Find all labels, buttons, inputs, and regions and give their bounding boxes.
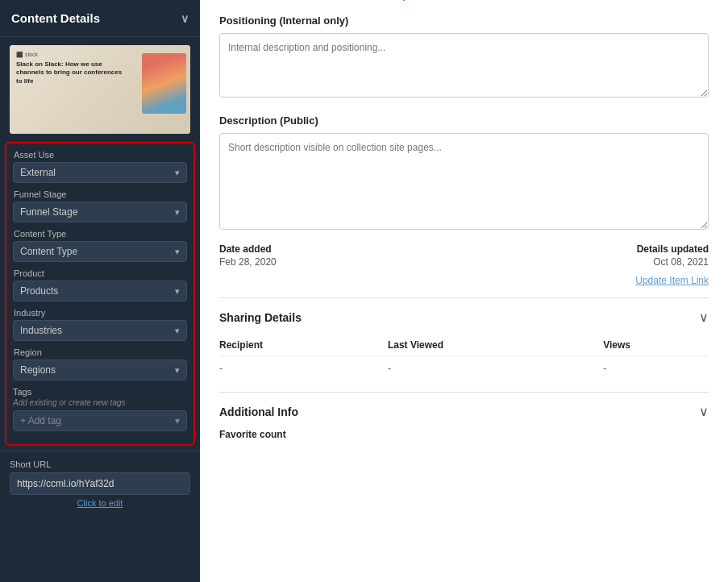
- sidebar-title: Content Details: [11, 11, 100, 25]
- region-dropdown[interactable]: Regions North America EMEA ▾: [13, 360, 187, 380]
- date-added-block: Date added Feb 28, 2020: [219, 243, 277, 268]
- product-label: Product: [13, 268, 187, 278]
- sidebar-chevron-icon[interactable]: ∨: [181, 12, 189, 25]
- sharing-details-section: Sharing Details ∨ Recipient Last Viewed …: [219, 297, 709, 380]
- tags-field: Tags Add existing or create new tags + A…: [13, 387, 187, 431]
- asset-use-field: Asset Use External Internal ▾: [13, 150, 187, 183]
- product-dropdown[interactable]: Products Slack Salesforce ▾: [13, 281, 187, 301]
- short-url-input[interactable]: [10, 472, 190, 495]
- region-label: Region: [13, 347, 187, 357]
- last-viewed-cell: -: [388, 356, 603, 381]
- description-textarea[interactable]: [219, 133, 709, 230]
- positioning-textarea[interactable]: [219, 33, 709, 98]
- region-field: Region Regions North America EMEA ▾: [13, 347, 187, 380]
- details-updated-label: Details updated: [637, 243, 709, 255]
- main-content: Categorize your asset based on relevant …: [200, 0, 728, 582]
- col-last-viewed: Last Viewed: [388, 335, 603, 356]
- product-select[interactable]: Products Slack Salesforce: [20, 285, 172, 297]
- categorize-fields-box: Asset Use External Internal ▾ Funnel Sta…: [5, 142, 195, 446]
- product-field: Product Products Slack Salesforce ▾: [13, 268, 187, 301]
- funnel-stage-dropdown[interactable]: Funnel Stage Top Mid Bottom ▾: [13, 202, 187, 222]
- details-updated-value: Oct 08, 2021: [637, 256, 709, 268]
- asset-use-dropdown[interactable]: External Internal ▾: [13, 162, 187, 183]
- col-recipient: Recipient: [219, 335, 388, 356]
- sharing-details-title: Sharing Details: [219, 311, 302, 324]
- additional-info-header[interactable]: Additional Info ∨: [219, 404, 709, 419]
- sidebar-header: Content Details ∨: [0, 0, 200, 37]
- tags-input-wrap[interactable]: + Add tag ▾: [13, 410, 187, 431]
- sharing-details-header[interactable]: Sharing Details ∨: [219, 310, 709, 325]
- additional-info-chevron-icon: ∨: [699, 404, 709, 419]
- sharing-table-header-row: Recipient Last Viewed Views: [219, 335, 709, 356]
- sidebar: Content Details ∨ ⬛ slack Slack on Slack…: [0, 0, 200, 582]
- industry-dropdown[interactable]: Industries Technology Finance ▾: [13, 320, 187, 341]
- funnel-stage-label: Funnel Stage: [13, 189, 187, 199]
- update-item-link[interactable]: Update Item Link: [635, 275, 709, 286]
- asset-use-chevron-icon: ▾: [175, 168, 180, 178]
- short-url-label: Short URL: [10, 459, 190, 469]
- thumb-logo: ⬛ slack: [16, 52, 38, 58]
- tags-hint: Add existing or create new tags: [13, 398, 187, 407]
- product-chevron-icon: ▾: [175, 286, 180, 297]
- click-to-edit-link[interactable]: Click to edit: [10, 498, 190, 508]
- additional-info-section: Additional Info ∨ Favorite count: [219, 392, 709, 440]
- thumbnail-image: ⬛ slack Slack on Slack: How we use chann…: [10, 45, 190, 134]
- tags-placeholder: + Add tag: [20, 415, 61, 426]
- industry-chevron-icon: ▾: [175, 326, 180, 336]
- update-item-link-container: Update Item Link: [219, 274, 709, 286]
- dates-row: Date added Feb 28, 2020 Details updated …: [219, 243, 709, 268]
- thumb-decorative-block: [142, 53, 186, 114]
- region-select[interactable]: Regions North America EMEA: [20, 364, 172, 376]
- thumbnail-area: ⬛ slack Slack on Slack: How we use chann…: [10, 45, 190, 134]
- col-views: Views: [603, 335, 709, 356]
- positioning-label: Positioning (Internal only): [219, 15, 709, 27]
- date-added-value: Feb 28, 2020: [219, 256, 277, 268]
- content-type-label: Content Type: [13, 229, 187, 239]
- content-type-select[interactable]: Content Type Blog Whitepaper Video: [20, 246, 172, 257]
- views-cell: -: [603, 356, 709, 381]
- industry-select[interactable]: Industries Technology Finance: [20, 325, 172, 336]
- content-type-dropdown[interactable]: Content Type Blog Whitepaper Video ▾: [13, 241, 187, 262]
- details-updated-block: Details updated Oct 08, 2021: [637, 243, 709, 268]
- tags-chevron-icon: ▾: [175, 415, 180, 426]
- content-type-field: Content Type Content Type Blog Whitepape…: [13, 229, 187, 262]
- table-row: - - -: [219, 356, 709, 381]
- asset-use-label: Asset Use: [13, 150, 187, 160]
- description-label: Description (Public): [219, 114, 709, 127]
- thumb-title: Slack on Slack: How we use channels to b…: [16, 60, 125, 85]
- industry-field: Industry Industries Technology Finance ▾: [13, 308, 187, 341]
- favorite-count-label: Favorite count: [219, 429, 709, 440]
- asset-use-select[interactable]: External Internal: [20, 167, 172, 178]
- date-added-label: Date added: [219, 243, 277, 255]
- funnel-stage-field: Funnel Stage Funnel Stage Top Mid Bottom…: [13, 189, 187, 222]
- funnel-stage-chevron-icon: ▾: [175, 207, 180, 218]
- additional-info-title: Additional Info: [219, 405, 298, 418]
- funnel-stage-select[interactable]: Funnel Stage Top Mid Bottom: [20, 206, 172, 218]
- recipient-cell: -: [219, 356, 388, 381]
- tags-label: Tags: [13, 387, 187, 397]
- sharing-table: Recipient Last Viewed Views - - -: [219, 335, 709, 380]
- content-type-chevron-icon: ▾: [175, 247, 180, 257]
- industry-label: Industry: [13, 308, 187, 318]
- sharing-details-chevron-icon: ∨: [699, 310, 709, 325]
- region-chevron-icon: ▾: [175, 365, 180, 376]
- short-url-section: Short URL Click to edit: [0, 451, 200, 513]
